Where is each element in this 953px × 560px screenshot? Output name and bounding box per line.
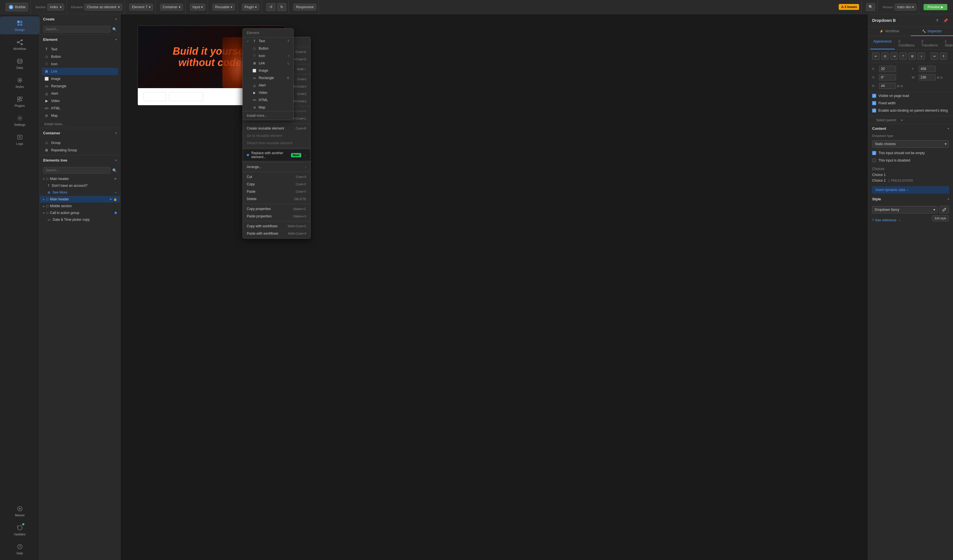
- align-left-btn[interactable]: ⇤: [872, 53, 880, 60]
- tree-section-header[interactable]: Elements tree ▾: [40, 155, 120, 165]
- sidebar-item-help[interactable]: ? Help: [0, 540, 39, 558]
- ed-item-map[interactable]: ⊙ Map: [243, 104, 293, 111]
- ctx-paste-workflows[interactable]: Paste with workflows Shift+Cmd+V: [243, 230, 310, 237]
- eye-icon-2[interactable]: 👁: [110, 198, 112, 201]
- pin-icon[interactable]: 📌: [942, 17, 949, 24]
- ctx-paste[interactable]: Paste Cmd+V: [243, 188, 310, 195]
- element-item-html[interactable]: </> HTML: [42, 105, 118, 112]
- input-tool-btn[interactable]: Input ▾: [190, 4, 206, 11]
- ctx-arrange[interactable]: Arrange... ›: [243, 163, 310, 171]
- sidebar-item-styles[interactable]: Styles: [0, 73, 39, 91]
- ed-item-rectangle[interactable]: ▭ Rectangle R: [243, 74, 293, 82]
- tree-item-date-time[interactable]: ▭ Date & Time picker copy: [40, 216, 120, 223]
- select-parent-btn[interactable]: Select parent: [872, 117, 900, 123]
- ctx-copy[interactable]: Copy Cmd+C: [243, 181, 310, 188]
- ctx-paste-properties[interactable]: Paste properties Option+V: [243, 212, 310, 220]
- container-item-repeating-group[interactable]: ⊞ Repeating Group: [42, 147, 118, 154]
- insert-dynamic-btn[interactable]: Insert dynamic data ›: [872, 186, 949, 193]
- prop-h-input[interactable]: [879, 83, 896, 89]
- inspector-tab[interactable]: 🔧 Inspector: [911, 27, 953, 36]
- ed-item-alert[interactable]: △ Alert: [243, 82, 293, 89]
- ctx-create-reusable[interactable]: Create reusable element Cmd+R: [243, 125, 310, 132]
- sidebar-item-settings[interactable]: Settings: [0, 111, 39, 129]
- ctx-cut[interactable]: Cut Cmd+X: [243, 173, 310, 181]
- see-reference-link[interactable]: ? See reference →: [872, 217, 949, 223]
- tree-item-main-header-1[interactable]: ▾ □ Main header 👁: [40, 175, 120, 182]
- ctx-delete[interactable]: Delete DELETE: [243, 195, 310, 203]
- cb-disabled[interactable]: [872, 158, 876, 162]
- lock-icon[interactable]: 🔒: [113, 198, 117, 201]
- help-circle-icon[interactable]: ?: [934, 17, 941, 24]
- align-center-v-btn[interactable]: ⊞: [908, 53, 916, 60]
- tree-item-middle-section[interactable]: ▸ □ Middle section: [40, 203, 120, 209]
- ed-item-text[interactable]: ✓ T Text T: [243, 37, 293, 45]
- dropdown-type-select[interactable]: Static choices ▾: [872, 140, 949, 148]
- tree-item-dont-have[interactable]: T Don't have an account?: [40, 182, 120, 189]
- element-item-button[interactable]: □ Button: [42, 53, 118, 60]
- element-dropdown-btn[interactable]: Choose an element ▾: [84, 4, 122, 11]
- align-bottom-btn[interactable]: ⇣: [917, 53, 925, 60]
- cb-not-empty[interactable]: ✓: [872, 151, 876, 155]
- section-dropdown[interactable]: index ▾: [47, 4, 64, 11]
- tree-item-main-header-2[interactable]: ▸ □ Main header 👁 🔒: [40, 196, 120, 203]
- distribute-h-btn[interactable]: ⇔: [931, 53, 938, 60]
- element-search-input[interactable]: [43, 26, 110, 32]
- style-select[interactable]: Dropdown fancy ▾: [872, 206, 938, 213]
- ctx-copy-workflows[interactable]: Copy with workflows Shift+Cmd+C: [243, 223, 310, 230]
- ctx-copy-properties[interactable]: Copy properties Option+C: [243, 205, 310, 212]
- container-section-header[interactable]: Container ▾: [40, 128, 120, 138]
- ed-item-button[interactable]: □ Button: [243, 45, 293, 52]
- sidebar-item-data[interactable]: Data: [0, 54, 39, 72]
- prop-w-input[interactable]: [919, 74, 936, 80]
- element-item-icon[interactable]: ♡ Icon: [42, 60, 118, 68]
- tab-conditions[interactable]: 2 Conditions: [896, 38, 917, 49]
- create-header[interactable]: Create ▾: [40, 14, 120, 24]
- element-item-map[interactable]: ⊙ Map: [42, 112, 118, 119]
- ed-item-video[interactable]: ▶ Video: [243, 89, 293, 96]
- reusable-tool-btn[interactable]: Reusable ▾: [213, 4, 235, 11]
- tab-transitions[interactable]: 2 Transitions: [918, 38, 941, 49]
- sidebar-item-workflow[interactable]: Workflow: [0, 36, 39, 53]
- content-section-header[interactable]: Content ▾: [868, 124, 953, 133]
- cb-auto-binding[interactable]: ✓: [872, 108, 876, 113]
- element-section-header[interactable]: Element ▾: [40, 35, 120, 45]
- tab-appearance[interactable]: Appearance: [871, 38, 895, 49]
- cb-fixed-width[interactable]: ✓: [872, 101, 876, 105]
- sidebar-item-plugins[interactable]: Plugins: [0, 92, 39, 110]
- install-more-elements[interactable]: Install more...: [40, 121, 120, 128]
- prop-x-input[interactable]: [879, 66, 896, 72]
- issues-btn[interactable]: ⚠ 2 Issues: [839, 4, 859, 10]
- element-item-alert[interactable]: △ Alert: [42, 90, 118, 97]
- tab-states[interactable]: 1 States: [942, 38, 953, 49]
- align-right-btn[interactable]: ⇥: [890, 53, 898, 60]
- tree-item-see-more[interactable]: ⊞ See More +: [40, 189, 120, 196]
- ed-item-image[interactable]: ⬜ Image: [243, 67, 293, 74]
- tree-search-input[interactable]: [43, 167, 110, 174]
- align-top-btn[interactable]: ⇡: [899, 53, 907, 60]
- ctx-go-to-reusable[interactable]: Go to reusable element: [243, 132, 310, 139]
- plugin-tool-btn[interactable]: Plugin ▾: [242, 4, 259, 11]
- prop-y-input[interactable]: [919, 66, 936, 72]
- element-item-link[interactable]: ⊞ Link: [42, 68, 118, 75]
- element-tool-btn[interactable]: Element T ▾: [129, 4, 153, 11]
- container-item-group[interactable]: □ Group: [42, 139, 118, 147]
- ed-install-more[interactable]: Install more...: [243, 111, 293, 120]
- ed-item-link[interactable]: ⊞ Link L: [243, 60, 293, 67]
- cb-visible[interactable]: ✓: [872, 94, 876, 98]
- sidebar-item-design[interactable]: Design: [0, 17, 39, 34]
- eye-icon-1[interactable]: 👁: [114, 178, 117, 181]
- style-section-header[interactable]: Style ▾: [868, 195, 953, 203]
- prop-rotation-input[interactable]: [879, 74, 896, 80]
- element-item-image[interactable]: ⬜ Image: [42, 75, 118, 82]
- tree-item-call-to-action[interactable]: ▾ □ Call to action group: [40, 209, 120, 216]
- version-dropdown[interactable]: marc-dev ▾: [895, 4, 916, 11]
- ctx-detach-reusable[interactable]: Detach from reusable element: [243, 139, 310, 147]
- edit-style-btn[interactable]: Edit style: [939, 206, 949, 214]
- container-tool-btn[interactable]: Container ▾: [160, 4, 183, 11]
- element-item-text[interactable]: T Text: [42, 46, 118, 53]
- find-btn[interactable]: 🔍: [866, 3, 875, 11]
- ctx-replace-element[interactable]: Replace with another element... New! →: [243, 149, 310, 161]
- bubble-menu[interactable]: B Bubble: [6, 3, 28, 11]
- align-center-h-btn[interactable]: ⊟: [881, 53, 889, 60]
- element-item-rectangle[interactable]: ▭ Rectangle: [42, 82, 118, 90]
